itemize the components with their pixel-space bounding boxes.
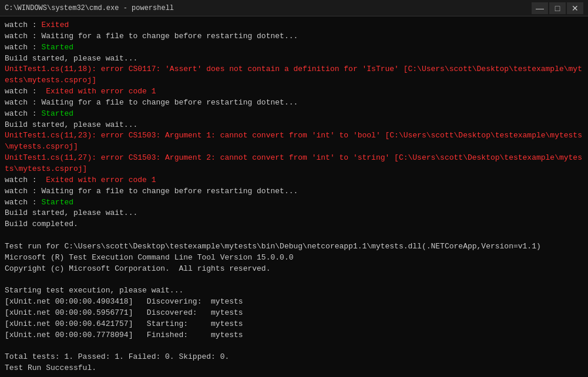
terminal-line: Total tests: 1. Passed: 1. Failed: 0. Sk… bbox=[5, 352, 583, 363]
terminal-line: watch : Exited with error code 1 bbox=[5, 86, 583, 97]
window-title: C:\WINDOWS\system32\cmd.exe - powershell bbox=[5, 4, 174, 12]
terminal-line: [xUnit.net 00:00:00.7778094] Finished: m… bbox=[5, 330, 583, 341]
terminal-line: Test run for C:\Users\scott\Desktop\test… bbox=[5, 241, 583, 253]
terminal-line: [xUnit.net 00:00:00.4903418] Discovering… bbox=[5, 297, 583, 308]
terminal-line: watch : Started bbox=[5, 42, 583, 53]
terminal-line bbox=[5, 341, 583, 352]
close-button[interactable]: ✕ bbox=[567, 2, 583, 14]
terminal-line: [xUnit.net 00:00:00.5956771] Discovered:… bbox=[5, 308, 583, 319]
terminal-line: Microsoft (R) Test Execution Command Lin… bbox=[5, 253, 583, 264]
terminal-line: Starting test execution, please wait... bbox=[5, 285, 583, 297]
restore-button[interactable]: □ bbox=[549, 2, 566, 14]
terminal-line: watch : Waiting for a file to change bef… bbox=[5, 31, 583, 42]
terminal-line: Build started, please wait... bbox=[5, 208, 583, 219]
terminal-line: [xUnit.net 00:00:00.6421757] Starting: m… bbox=[5, 319, 583, 330]
terminal-line bbox=[5, 230, 583, 241]
terminal-line: watch : Waiting for a file to change bef… bbox=[5, 186, 583, 197]
window-frame: C:\WINDOWS\system32\cmd.exe - powershell… bbox=[0, 0, 588, 377]
title-bar-left: C:\WINDOWS\system32\cmd.exe - powershell bbox=[5, 4, 174, 12]
terminal-line: Build started, please wait... bbox=[5, 120, 583, 131]
title-bar-controls: — □ ✕ bbox=[532, 2, 583, 14]
terminal-line: Copyright (c) Microsoft Corporation. All… bbox=[5, 264, 583, 275]
terminal-output: watch : Exitedwatch : Waiting for a file… bbox=[0, 16, 588, 377]
terminal-line: Build completed. bbox=[5, 219, 583, 230]
title-bar: C:\WINDOWS\system32\cmd.exe - powershell… bbox=[0, 0, 588, 16]
terminal-line: watch : Waiting for a file to change bef… bbox=[5, 97, 583, 109]
terminal-line bbox=[5, 274, 583, 285]
terminal-line: Build started, please wait... bbox=[5, 53, 583, 65]
terminal-line: UnitTest1.cs(11,23): error CS1503: Argum… bbox=[5, 130, 583, 153]
terminal-line: watch : Started bbox=[5, 197, 583, 208]
minimize-button[interactable]: — bbox=[532, 2, 548, 14]
terminal-line: UnitTest1.cs(11,18): error CS0117: 'Asse… bbox=[5, 64, 583, 86]
terminal-line: watch : Started bbox=[5, 109, 583, 120]
terminal-line: watch : Exited bbox=[5, 20, 583, 31]
terminal-line: UnitTest1.cs(11,27): error CS1503: Argum… bbox=[5, 153, 583, 175]
terminal-line: watch : Exited with error code 1 bbox=[5, 175, 583, 186]
terminal-line: Test Run Successful. bbox=[5, 363, 583, 374]
